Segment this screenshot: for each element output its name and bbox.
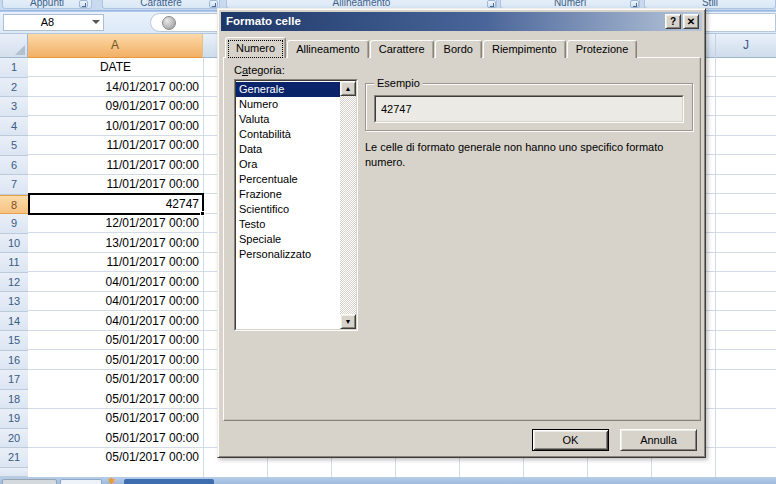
category-item-frazione[interactable]: Frazione — [236, 187, 340, 202]
cell-a13[interactable]: 04/01/2017 00:00 — [28, 294, 203, 312]
ribbon-group-carattere[interactable]: Carattere — [102, 0, 220, 9]
dialog-tab-strip: NumeroAllineamentoCarattereBordoRiempime… — [225, 37, 638, 58]
category-item-valuta[interactable]: Valuta — [236, 112, 340, 127]
sheet-tab[interactable] — [60, 479, 102, 484]
cell-a2[interactable]: 14/01/2017 00:00 — [28, 80, 203, 98]
row-header-17[interactable]: 17 — [0, 370, 28, 390]
scroll-up-icon[interactable]: ▲ — [340, 81, 356, 96]
row-header-13[interactable]: 13 — [0, 292, 28, 312]
grid-vline — [715, 58, 716, 477]
category-item-generale[interactable]: Generale — [236, 82, 340, 97]
row-header-12[interactable]: 12 — [0, 273, 28, 293]
row-header-18[interactable]: 18 — [0, 390, 28, 410]
sheet-tab-strip: ✱ — [0, 477, 776, 484]
example-label: Esempio — [374, 77, 423, 89]
category-item-personalizzato[interactable]: Personalizzato — [236, 247, 340, 262]
row-header-14[interactable]: 14 — [0, 312, 28, 332]
cell-a14[interactable]: 04/01/2017 00:00 — [28, 314, 203, 332]
sheet-nav-buttons[interactable] — [2, 479, 57, 484]
cell-a7[interactable]: 11/01/2017 00:00 — [28, 177, 203, 195]
example-value: 42747 — [375, 96, 683, 122]
row-header-2[interactable]: 2 — [0, 78, 28, 98]
cell-a19[interactable]: 05/01/2017 00:00 — [28, 411, 203, 429]
row-header-19[interactable]: 19 — [0, 409, 28, 429]
cell-a3[interactable]: 09/01/2017 00:00 — [28, 99, 203, 117]
select-all-triangle-icon — [15, 45, 25, 55]
row-header-1[interactable]: 1 — [0, 58, 28, 78]
row-header-3[interactable]: 3 — [0, 97, 28, 117]
ok-button[interactable]: OK — [532, 429, 609, 451]
column-header-j[interactable]: J — [715, 34, 776, 58]
tab-allineamento[interactable]: Allineamento — [287, 40, 369, 58]
dialog-title: Formato celle — [226, 15, 301, 27]
fill-handle[interactable] — [200, 211, 205, 216]
cell-a10[interactable]: 13/01/2017 00:00 — [28, 236, 203, 254]
name-box[interactable]: A8 — [3, 14, 104, 31]
cell-a1[interactable]: DATE — [28, 60, 203, 78]
category-item-ora[interactable]: Ora — [236, 157, 340, 172]
category-item-numero[interactable]: Numero — [236, 97, 340, 112]
category-items: GeneraleNumeroValutaContabilitàDataOraPe… — [236, 81, 340, 329]
column-header-a[interactable]: A — [28, 34, 203, 58]
cell-a9[interactable]: 12/01/2017 00:00 — [28, 216, 203, 234]
sheet-tab-selected[interactable] — [124, 479, 214, 484]
category-item-speciale[interactable]: Speciale — [236, 232, 340, 247]
category-item-scientifico[interactable]: Scientifico — [236, 202, 340, 217]
category-item-percentuale[interactable]: Percentuale — [236, 172, 340, 187]
row-header-11[interactable]: 11 — [0, 253, 28, 273]
row-header-22[interactable] — [0, 468, 28, 478]
fx-sphere-icon — [162, 16, 176, 30]
cell-a21[interactable]: 05/01/2017 00:00 — [28, 450, 203, 468]
row-header-8[interactable]: 8 — [0, 195, 28, 215]
cell-a6[interactable]: 11/01/2017 00:00 — [28, 158, 203, 176]
format-description: Le celle di formato generale non hanno u… — [365, 140, 697, 170]
row-header-16[interactable]: 16 — [0, 351, 28, 371]
row-header-20[interactable]: 20 — [0, 429, 28, 449]
cell-a12[interactable]: 04/01/2017 00:00 — [28, 275, 203, 293]
category-item-data[interactable]: Data — [236, 142, 340, 157]
dialog-titlebar[interactable]: Formato celle ? ✕ — [221, 12, 702, 31]
tab-carattere[interactable]: Carattere — [370, 40, 434, 58]
cell-a17[interactable]: 05/01/2017 00:00 — [28, 372, 203, 390]
tab-bordo[interactable]: Bordo — [435, 40, 482, 58]
selected-cell-border[interactable] — [28, 193, 204, 215]
cancel-button[interactable]: Annulla — [620, 429, 697, 451]
category-listbox: GeneraleNumeroValutaContabilitàDataOraPe… — [234, 79, 358, 331]
category-item-contabilità[interactable]: Contabilità — [236, 127, 340, 142]
select-all-button[interactable] — [0, 34, 28, 58]
row-header-15[interactable]: 15 — [0, 331, 28, 351]
row-header-5[interactable]: 5 — [0, 136, 28, 156]
row-header-10[interactable]: 10 — [0, 234, 28, 254]
cell-a20[interactable]: 05/01/2017 00:00 — [28, 431, 203, 449]
cell-a18[interactable]: 05/01/2017 00:00 — [28, 392, 203, 410]
tab-riempimento[interactable]: Riempimento — [483, 40, 566, 58]
category-scrollbar[interactable]: ▲ ▼ — [340, 81, 356, 329]
dialog-launcher-icon[interactable] — [209, 0, 218, 8]
dialog-launcher-icon[interactable] — [630, 0, 639, 8]
cell-a16[interactable]: 05/01/2017 00:00 — [28, 353, 203, 371]
name-box-dropdown-icon[interactable] — [92, 20, 100, 24]
cell-a11[interactable]: 11/01/2017 00:00 — [28, 255, 203, 273]
category-item-testo[interactable]: Testo — [236, 217, 340, 232]
category-label: Categoria: — [234, 64, 285, 76]
cell-a15[interactable]: 05/01/2017 00:00 — [28, 333, 203, 351]
close-button[interactable]: ✕ — [683, 14, 699, 29]
row-header-6[interactable]: 6 — [0, 156, 28, 176]
format-cells-dialog: Formato celle ? ✕ NumeroAllineamentoCara… — [217, 8, 706, 458]
row-header-21[interactable]: 21 — [0, 448, 28, 468]
cell-a4[interactable]: 10/01/2017 00:00 — [28, 119, 203, 137]
new-sheet-icon[interactable]: ✱ — [108, 477, 116, 484]
scroll-down-icon[interactable]: ▼ — [340, 314, 356, 329]
dialog-launcher-icon[interactable] — [487, 0, 496, 8]
cell-a5[interactable]: 11/01/2017 00:00 — [28, 138, 203, 156]
help-button[interactable]: ? — [665, 14, 681, 29]
row-header-7[interactable]: 7 — [0, 175, 28, 195]
example-groupbox: Esempio 42747 — [365, 83, 693, 131]
tab-protezione[interactable]: Protezione — [567, 40, 638, 58]
row-header-9[interactable]: 9 — [0, 214, 28, 234]
tab-numero[interactable]: Numero — [225, 37, 286, 58]
grid-vline — [203, 58, 204, 477]
dialog-launcher-icon[interactable] — [79, 0, 88, 8]
row-header-4[interactable]: 4 — [0, 117, 28, 137]
